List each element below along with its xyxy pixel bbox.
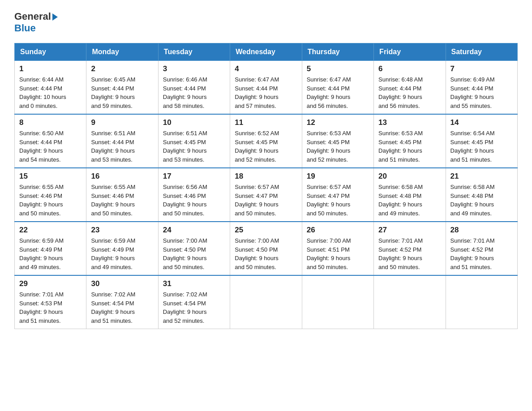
day-info: Sunrise: 6:53 AMSunset: 4:45 PMDaylight:… [378, 129, 441, 164]
day-number: 19 [307, 172, 369, 181]
day-info: Sunrise: 7:01 AMSunset: 4:53 PMDaylight:… [19, 290, 82, 325]
calendar-cell: 9Sunrise: 6:51 AMSunset: 4:44 PMDaylight… [86, 114, 158, 168]
day-info: Sunrise: 6:44 AMSunset: 4:44 PMDaylight:… [19, 75, 82, 110]
day-number: 26 [307, 226, 369, 235]
day-info: Sunrise: 7:00 AMSunset: 4:50 PMDaylight:… [163, 236, 225, 271]
calendar-cell: 1Sunrise: 6:44 AMSunset: 4:44 PMDaylight… [15, 61, 86, 115]
calendar-week-row: 15Sunrise: 6:55 AMSunset: 4:46 PMDayligh… [15, 168, 518, 222]
day-number: 7 [450, 64, 513, 73]
day-info: Sunrise: 6:58 AMSunset: 4:48 PMDaylight:… [450, 183, 513, 218]
day-info: Sunrise: 6:46 AMSunset: 4:44 PMDaylight:… [163, 75, 225, 110]
day-info: Sunrise: 6:47 AMSunset: 4:44 PMDaylight:… [235, 75, 297, 110]
calendar-cell: 12Sunrise: 6:53 AMSunset: 4:45 PMDayligh… [302, 114, 373, 168]
day-number: 27 [378, 226, 441, 235]
day-info: Sunrise: 6:55 AMSunset: 4:46 PMDaylight:… [91, 183, 153, 218]
column-header-wednesday: Wednesday [230, 43, 302, 61]
day-number: 14 [450, 118, 513, 127]
day-number: 2 [91, 64, 153, 73]
calendar-cell: 3Sunrise: 6:46 AMSunset: 4:44 PMDaylight… [158, 61, 230, 115]
day-number: 29 [19, 279, 82, 288]
calendar-cell: 25Sunrise: 7:00 AMSunset: 4:50 PMDayligh… [230, 222, 302, 275]
day-info: Sunrise: 6:55 AMSunset: 4:46 PMDaylight:… [19, 183, 82, 218]
day-info: Sunrise: 6:57 AMSunset: 4:47 PMDaylight:… [307, 183, 369, 218]
calendar-cell: 11Sunrise: 6:52 AMSunset: 4:45 PMDayligh… [230, 114, 302, 168]
day-number: 5 [307, 64, 369, 73]
day-info: Sunrise: 6:49 AMSunset: 4:44 PMDaylight:… [450, 75, 513, 110]
logo-general-text: General [14, 11, 51, 22]
calendar-cell: 7Sunrise: 6:49 AMSunset: 4:44 PMDaylight… [446, 61, 517, 115]
day-info: Sunrise: 7:01 AMSunset: 4:52 PMDaylight:… [378, 236, 441, 271]
day-number: 10 [163, 118, 225, 127]
calendar-cell: 17Sunrise: 6:56 AMSunset: 4:46 PMDayligh… [158, 168, 230, 222]
calendar-cell: 5Sunrise: 6:47 AMSunset: 4:44 PMDaylight… [302, 61, 373, 115]
day-info: Sunrise: 6:48 AMSunset: 4:44 PMDaylight:… [378, 75, 441, 110]
calendar-cell [230, 275, 302, 329]
calendar-cell: 24Sunrise: 7:00 AMSunset: 4:50 PMDayligh… [158, 222, 230, 275]
page-header: General Blue [14, 11, 518, 34]
calendar-cell: 4Sunrise: 6:47 AMSunset: 4:44 PMDaylight… [230, 61, 302, 115]
day-info: Sunrise: 7:01 AMSunset: 4:52 PMDaylight:… [450, 236, 513, 271]
calendar-cell: 30Sunrise: 7:02 AMSunset: 4:54 PMDayligh… [86, 275, 158, 329]
day-info: Sunrise: 7:00 AMSunset: 4:51 PMDaylight:… [307, 236, 369, 271]
calendar-cell: 16Sunrise: 6:55 AMSunset: 4:46 PMDayligh… [86, 168, 158, 222]
calendar-cell: 29Sunrise: 7:01 AMSunset: 4:53 PMDayligh… [15, 275, 86, 329]
column-header-friday: Friday [374, 43, 446, 61]
calendar-week-row: 22Sunrise: 6:59 AMSunset: 4:49 PMDayligh… [15, 222, 518, 275]
day-info: Sunrise: 6:51 AMSunset: 4:45 PMDaylight:… [163, 129, 225, 164]
calendar-cell: 18Sunrise: 6:57 AMSunset: 4:47 PMDayligh… [230, 168, 302, 222]
day-info: Sunrise: 6:59 AMSunset: 4:49 PMDaylight:… [91, 236, 153, 271]
day-number: 15 [19, 172, 82, 181]
day-number: 8 [19, 118, 82, 127]
day-info: Sunrise: 7:02 AMSunset: 4:54 PMDaylight:… [91, 290, 153, 325]
day-number: 18 [235, 172, 297, 181]
calendar-cell: 22Sunrise: 6:59 AMSunset: 4:49 PMDayligh… [15, 222, 86, 275]
calendar-cell: 28Sunrise: 7:01 AMSunset: 4:52 PMDayligh… [446, 222, 517, 275]
day-number: 24 [163, 226, 225, 235]
day-number: 17 [163, 172, 225, 181]
day-number: 12 [307, 118, 369, 127]
day-info: Sunrise: 7:00 AMSunset: 4:50 PMDaylight:… [235, 236, 297, 271]
calendar-cell: 23Sunrise: 6:59 AMSunset: 4:49 PMDayligh… [86, 222, 158, 275]
calendar-cell: 14Sunrise: 6:54 AMSunset: 4:45 PMDayligh… [446, 114, 517, 168]
day-number: 16 [91, 172, 153, 181]
calendar-cell: 2Sunrise: 6:45 AMSunset: 4:44 PMDaylight… [86, 61, 158, 115]
day-number: 6 [378, 64, 441, 73]
column-header-sunday: Sunday [15, 43, 86, 61]
day-info: Sunrise: 6:52 AMSunset: 4:45 PMDaylight:… [235, 129, 297, 164]
column-header-thursday: Thursday [302, 43, 373, 61]
column-header-tuesday: Tuesday [158, 43, 230, 61]
day-number: 11 [235, 118, 297, 127]
calendar-cell: 8Sunrise: 6:50 AMSunset: 4:44 PMDaylight… [15, 114, 86, 168]
calendar-cell: 20Sunrise: 6:58 AMSunset: 4:48 PMDayligh… [374, 168, 446, 222]
calendar-cell: 31Sunrise: 7:02 AMSunset: 4:54 PMDayligh… [158, 275, 230, 329]
calendar-week-row: 29Sunrise: 7:01 AMSunset: 4:53 PMDayligh… [15, 275, 518, 329]
day-number: 3 [163, 64, 225, 73]
day-number: 13 [378, 118, 441, 127]
day-number: 25 [235, 226, 297, 235]
day-number: 20 [378, 172, 441, 181]
day-info: Sunrise: 6:45 AMSunset: 4:44 PMDaylight:… [91, 75, 153, 110]
day-info: Sunrise: 6:50 AMSunset: 4:44 PMDaylight:… [19, 129, 82, 164]
calendar-week-row: 1Sunrise: 6:44 AMSunset: 4:44 PMDaylight… [15, 61, 518, 115]
calendar-cell [302, 275, 373, 329]
day-number: 1 [19, 64, 82, 73]
calendar-cell: 15Sunrise: 6:55 AMSunset: 4:46 PMDayligh… [15, 168, 86, 222]
calendar-cell: 19Sunrise: 6:57 AMSunset: 4:47 PMDayligh… [302, 168, 373, 222]
logo-blue-text: Blue [14, 22, 58, 34]
calendar-cell: 6Sunrise: 6:48 AMSunset: 4:44 PMDaylight… [374, 61, 446, 115]
column-header-monday: Monday [86, 43, 158, 61]
day-number: 9 [91, 118, 153, 127]
day-info: Sunrise: 6:53 AMSunset: 4:45 PMDaylight:… [307, 129, 369, 164]
calendar-cell: 10Sunrise: 6:51 AMSunset: 4:45 PMDayligh… [158, 114, 230, 168]
day-number: 23 [91, 226, 153, 235]
day-info: Sunrise: 6:54 AMSunset: 4:45 PMDaylight:… [450, 129, 513, 164]
calendar-table: SundayMondayTuesdayWednesdayThursdayFrid… [14, 43, 518, 329]
calendar-cell: 13Sunrise: 6:53 AMSunset: 4:45 PMDayligh… [374, 114, 446, 168]
day-info: Sunrise: 6:56 AMSunset: 4:46 PMDaylight:… [163, 183, 225, 218]
day-number: 30 [91, 279, 153, 288]
day-info: Sunrise: 6:59 AMSunset: 4:49 PMDaylight:… [19, 236, 82, 271]
day-number: 31 [163, 279, 225, 288]
day-info: Sunrise: 6:51 AMSunset: 4:44 PMDaylight:… [91, 129, 153, 164]
calendar-cell: 26Sunrise: 7:00 AMSunset: 4:51 PMDayligh… [302, 222, 373, 275]
calendar-cell: 27Sunrise: 7:01 AMSunset: 4:52 PMDayligh… [374, 222, 446, 275]
